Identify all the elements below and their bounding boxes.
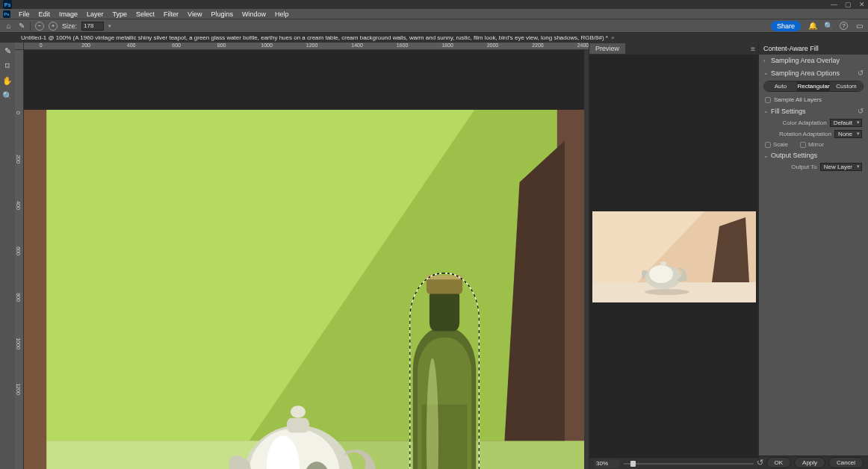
properties-panel: Content-Aware Fill › Sampling Area Overl… [758,43,868,469]
menu-filter[interactable]: Filter [161,10,182,18]
properties-title: Content-Aware Fill [759,43,868,55]
share-button[interactable]: Share [771,21,801,31]
document-tab[interactable]: Untitled-1 @ 100% (A 1960 vintage metall… [21,34,608,41]
menu-help[interactable]: Help [272,10,292,18]
svg-point-30 [649,265,673,283]
canvas-zone: 0 200 400 600 800 1000 1200 1400 1600 18… [15,43,589,469]
output-to-label: Output To [791,164,817,170]
brush-size-input[interactable] [81,22,104,31]
workspace-switcher-icon[interactable]: ▭ [855,22,864,30]
color-adaptation-select[interactable]: Default [830,119,862,127]
reset-all-icon[interactable]: ↺ [757,458,763,468]
menu-window[interactable]: Window [239,10,269,18]
sample-all-checkbox[interactable] [765,97,771,103]
preview-viewport[interactable] [589,55,758,457]
chevron-down-icon: ⌄ [763,152,771,159]
reset-fill-icon[interactable]: ↺ [858,107,864,115]
sampling-brush-tool-icon[interactable]: ✎ [2,46,13,56]
ruler-corner [15,43,24,50]
panel-menu-icon[interactable]: ≡ [751,45,755,53]
document-tab-bar: Untitled-1 @ 100% (A 1960 vintage metall… [0,33,868,43]
notifications-icon[interactable]: 🔔 [808,22,816,30]
size-label: Size: [62,22,77,30]
preview-zoom-slider[interactable] [624,463,754,465]
menu-layer[interactable]: Layer [84,10,107,18]
menu-file[interactable]: File [16,10,33,18]
color-adaptation-label: Color Adaptation [782,119,826,126]
brush-tool-icon[interactable]: ✎ [17,22,25,30]
rotation-adaptation-label: Rotation Adaptation [779,131,831,137]
preview-panel: Preview ≡ [589,43,758,469]
close-window-icon[interactable]: ✕ [859,1,865,8]
tool-column: ✎ ⌑ ✋ 🔍 [0,43,15,469]
options-bar: ⌂ ✎ − + Size: ▾ Share 🔔 🔍 ? ▭ [0,19,868,33]
menu-type[interactable]: Type [110,10,131,18]
zoom-tool-icon[interactable]: 🔍 [2,90,13,101]
menubar: Ps File Edit Image Layer Type Select Fil… [0,9,868,19]
sampling-mode-segment: Auto Rectangular Custom [763,81,864,92]
preview-tab[interactable]: Preview [589,43,625,54]
ok-button[interactable]: OK [766,457,792,468]
chevron-right-icon: › [763,58,771,64]
canvas[interactable] [24,50,584,469]
size-dropdown-icon[interactable]: ▾ [108,23,111,29]
ps-app-icon: Ps [3,0,12,9]
ps-logo-icon: Ps [3,10,10,18]
menu-image[interactable]: Image [56,10,81,18]
svg-rect-12 [287,418,309,432]
mode-auto[interactable]: Auto [764,81,797,91]
cancel-button[interactable]: Cancel [828,457,864,468]
svg-rect-6 [24,110,46,469]
chevron-down-icon: ⌄ [763,69,771,76]
titlebar: Ps — ▢ ✕ [0,0,868,9]
svg-point-13 [291,406,306,418]
rotation-adaptation-select[interactable]: None [834,130,862,138]
section-sampling-overlay[interactable]: › Sampling Area Overlay [759,55,868,66]
canvas-image [24,110,584,469]
properties-footer: ↺ OK Apply Cancel [759,456,868,469]
preview-zoom-input[interactable] [594,459,619,468]
search-icon[interactable]: 🔍 [824,22,832,30]
help-icon[interactable]: ? [840,22,848,30]
reset-sampling-icon[interactable]: ↺ [858,69,864,77]
menu-view[interactable]: View [185,10,205,18]
ruler-vertical: 0 200 400 600 800 1000 1200 [15,50,24,469]
mode-rectangular[interactable]: Rectangular [797,81,830,91]
svg-point-31 [660,261,666,266]
svg-rect-19 [430,288,459,331]
chevron-down-icon: ⌄ [763,108,771,114]
scale-checkbox-row[interactable]: Scale [765,141,788,148]
section-sampling-options[interactable]: ⌄ Sampling Area Options ↺ [759,66,868,79]
section-output-settings[interactable]: ⌄ Output Settings [759,149,868,161]
section-fill-settings[interactable]: ⌄ Fill Settings ↺ [759,105,868,117]
lasso-tool-icon[interactable]: ⌑ [2,60,13,71]
close-tab-icon[interactable]: × [611,34,615,41]
mode-custom[interactable]: Custom [830,81,863,91]
output-to-select[interactable]: New Layer [820,163,862,171]
sample-all-layers-row[interactable]: Sample All Layers [759,95,868,105]
svg-point-32 [645,289,689,295]
home-icon[interactable]: ⌂ [4,22,13,30]
maximize-icon[interactable]: ▢ [845,1,852,8]
subtract-mode-icon[interactable]: − [35,22,44,31]
menu-select[interactable]: Select [133,10,158,18]
preview-footer [589,457,758,469]
apply-button[interactable]: Apply [794,457,825,468]
hand-tool-icon[interactable]: ✋ [2,75,13,86]
mirror-checkbox-row[interactable]: Mirror [800,141,824,148]
window-controls: — ▢ ✕ [831,1,865,8]
minimize-icon[interactable]: — [831,1,837,8]
menu-plugins[interactable]: Plugins [208,10,236,18]
add-mode-icon[interactable]: + [49,22,58,31]
preview-image [592,211,756,302]
menu-edit[interactable]: Edit [36,10,54,18]
ruler-horizontal: 0 200 400 600 800 1000 1200 1400 1600 18… [24,43,589,50]
